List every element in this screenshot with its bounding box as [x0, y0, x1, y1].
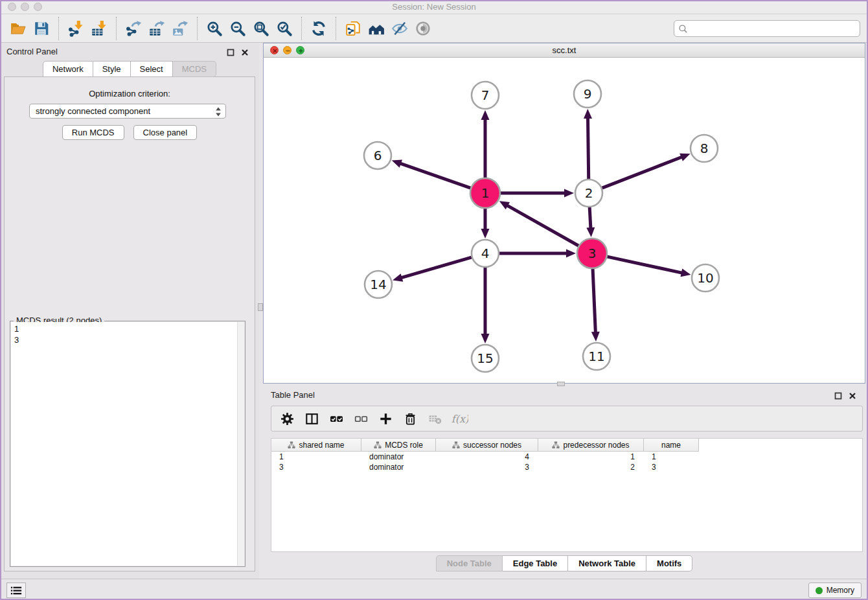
graph-node-9[interactable]: 9: [574, 80, 601, 108]
graph-node-15[interactable]: 15: [472, 345, 499, 372]
float-panel-icon[interactable]: [227, 47, 236, 56]
optimization-criterion-select[interactable]: strongly connected component: [29, 104, 226, 119]
graph-edge-2-3[interactable]: [586, 207, 595, 237]
hide-selected-icon[interactable]: [388, 17, 411, 40]
search-box: [674, 20, 860, 37]
svg-text:f(x): f(x): [451, 413, 468, 425]
graph-node-4[interactable]: 4: [472, 240, 499, 267]
network-title: scc.txt: [264, 45, 865, 55]
graph-node-2[interactable]: 2: [575, 179, 602, 207]
graph-edge-1-4[interactable]: [481, 209, 490, 238]
export-image-icon[interactable]: [168, 17, 192, 40]
svg-text:11: 11: [588, 349, 604, 364]
node-table: shared nameMCDS rolesuccessor nodesprede…: [271, 438, 863, 552]
table-row[interactable]: 3dominator323: [271, 462, 862, 472]
float-table-panel-icon[interactable]: [834, 391, 843, 400]
tab-select[interactable]: Select: [131, 61, 173, 77]
mcds-result-text[interactable]: 13: [11, 322, 244, 566]
tab-edge-table[interactable]: Edge Table: [503, 555, 568, 571]
table-cell[interactable]: 3: [644, 462, 699, 472]
import-network-icon[interactable]: [64, 17, 87, 40]
graph-edge-3-11[interactable]: [591, 269, 600, 341]
run-mcds-button[interactable]: Run MCDS: [62, 125, 124, 140]
zoom-selected-icon[interactable]: [273, 17, 296, 40]
table-cell[interactable]: 1: [644, 452, 699, 462]
import-table-icon[interactable]: [87, 17, 111, 40]
tab-style[interactable]: Style: [93, 61, 131, 77]
graph-node-8[interactable]: 8: [691, 135, 718, 162]
search-input[interactable]: [688, 22, 860, 35]
graph-node-11[interactable]: 11: [583, 343, 610, 370]
table-cell[interactable]: 3: [271, 462, 361, 472]
select-all-rows-icon[interactable]: [327, 410, 345, 428]
graph-edge-1-2[interactable]: [501, 189, 574, 198]
add-column-icon[interactable]: [376, 410, 394, 428]
mcds-result-scrollbar[interactable]: [237, 322, 244, 566]
column-header-MCDS-role[interactable]: MCDS role: [361, 439, 436, 452]
table-cell[interactable]: 4: [436, 452, 538, 462]
column-visibility-icon[interactable]: [303, 410, 321, 428]
graph-node-3[interactable]: 3: [577, 238, 607, 268]
table-cell[interactable]: dominator: [361, 462, 436, 472]
graph-node-7[interactable]: 7: [472, 82, 499, 109]
memory-button[interactable]: Memory: [808, 583, 862, 598]
refresh-icon[interactable]: [307, 17, 330, 40]
search-icon: [678, 24, 688, 34]
column-header-label: shared name: [299, 441, 344, 450]
table-cell[interactable]: 2: [538, 462, 644, 472]
show-all-icon[interactable]: [411, 17, 435, 40]
graph-edge-4-14[interactable]: [393, 257, 472, 281]
main-toolbar: [0, 14, 868, 43]
clone-network-icon[interactable]: [341, 17, 365, 40]
column-header-predecessor-nodes[interactable]: predecessor nodes: [538, 439, 644, 452]
graph-node-1[interactable]: 1: [470, 178, 500, 208]
graph-edge-3-10[interactable]: [607, 257, 691, 277]
graph-edge-4-3[interactable]: [499, 249, 576, 258]
tab-network[interactable]: Network: [43, 61, 93, 77]
table-cell[interactable]: 3: [436, 462, 538, 472]
tab-mcds[interactable]: MCDS: [173, 61, 216, 77]
table-row[interactable]: 1dominator411: [271, 452, 862, 462]
export-table-icon[interactable]: [145, 17, 168, 40]
table-cell[interactable]: 1: [271, 452, 361, 462]
table-options-icon[interactable]: [278, 410, 296, 428]
toolbar-separator: [336, 17, 336, 40]
deselect-all-rows-icon[interactable]: [352, 410, 370, 428]
tab-motifs[interactable]: Motifs: [646, 555, 692, 571]
control-panel-title: Control Panel: [6, 47, 58, 56]
graph-edge-1-6[interactable]: [392, 159, 471, 188]
tab-node-table[interactable]: Node Table: [436, 555, 503, 571]
vertical-splitter-handle[interactable]: [258, 303, 263, 311]
graph-edge-4-15[interactable]: [481, 268, 490, 343]
close-panel-icon[interactable]: [241, 47, 250, 56]
export-network-icon[interactable]: [122, 17, 145, 40]
table-cell[interactable]: 1: [538, 452, 644, 462]
control-panel-tabs: NetworkStyleSelectMCDS: [0, 61, 259, 77]
horizontal-splitter-handle[interactable]: [557, 382, 565, 386]
graph-node-10[interactable]: 10: [692, 264, 719, 292]
graph-edge-2-9[interactable]: [584, 109, 592, 179]
open-session-icon[interactable]: [6, 17, 30, 40]
status-bar: Memory: [0, 579, 868, 600]
zoom-out-icon[interactable]: [226, 17, 249, 40]
table-cell[interactable]: dominator: [361, 452, 436, 462]
graph-edge-1-7[interactable]: [481, 110, 490, 178]
graph-node-6[interactable]: 6: [364, 142, 391, 169]
zoom-fit-icon[interactable]: [249, 17, 273, 40]
graph-edge-2-8[interactable]: [602, 154, 691, 188]
column-header-shared-name[interactable]: shared name: [271, 439, 361, 452]
delete-column-icon[interactable]: [401, 410, 419, 428]
network-graph-canvas[interactable]: 7968124314101511: [264, 58, 865, 383]
first-neighbors-icon[interactable]: [365, 17, 388, 40]
svg-text:15: 15: [477, 351, 493, 366]
graph-node-14[interactable]: 14: [365, 271, 392, 298]
close-table-panel-icon[interactable]: [849, 391, 858, 400]
column-header-successor-nodes[interactable]: successor nodes: [436, 439, 538, 452]
close-panel-button[interactable]: Close panel: [133, 125, 198, 140]
graph-edge-3-1[interactable]: [499, 201, 578, 246]
task-history-button[interactable]: [6, 583, 26, 598]
tab-network-table[interactable]: Network Table: [568, 555, 646, 571]
zoom-in-icon[interactable]: [203, 17, 226, 40]
column-header-name[interactable]: name: [644, 439, 699, 452]
save-session-icon[interactable]: [30, 17, 53, 40]
